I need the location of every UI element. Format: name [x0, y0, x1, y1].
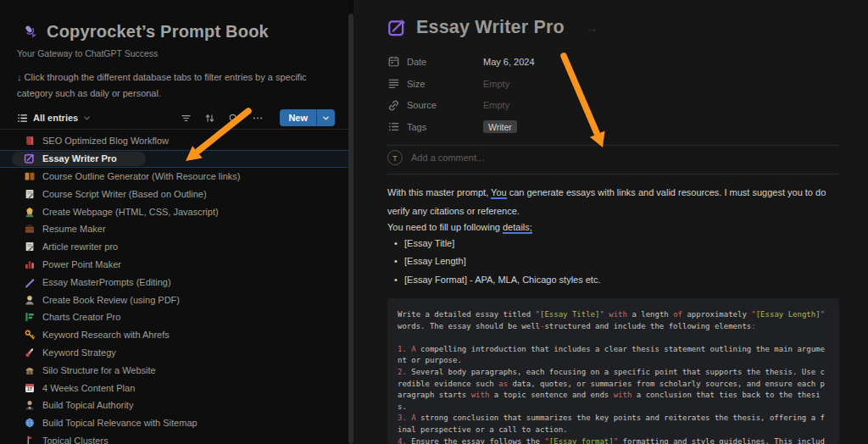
compose-icon [387, 18, 407, 37]
property-value[interactable]: Empty [483, 100, 509, 110]
property-table: DateMay 6, 2024SizeEmptySourceEmptyTagsW… [387, 51, 535, 138]
list-item-label: Keyword Strategy [42, 347, 116, 358]
code-keyword: 4. [398, 437, 407, 444]
view-tab-label: All entries [33, 113, 78, 123]
code-keyword: with [614, 391, 632, 399]
list-item[interactable]: Course Script Writer (Based on Outline) [0, 185, 348, 203]
list-item-label: Resume Maker [42, 224, 106, 234]
property-name: Date [407, 57, 426, 67]
page-title-row: Essay Writer Pro → [387, 17, 598, 38]
list-item[interactable]: Keyword Strategy [0, 344, 348, 362]
title-cursor-arrow: → [586, 21, 598, 35]
list-item[interactable]: Power Point Maker [0, 256, 348, 274]
list-item[interactable]: Topical Clusters [0, 432, 348, 444]
red-book-icon [24, 135, 36, 147]
text-segment: With this master prompt, [387, 187, 491, 197]
property-name: Tags [407, 122, 426, 132]
property-row-source[interactable]: SourceEmpty [387, 94, 535, 116]
code-keyword: 3. [398, 413, 407, 422]
bullet-text: [Essay Length] [404, 256, 466, 266]
sort-icon[interactable] [204, 113, 215, 124]
bullet-dot: • [387, 256, 404, 266]
code-line: 4. Ensure the essay follows the "[Essay … [398, 436, 829, 444]
database-title: Copyrocket’s Prompt Book [47, 22, 269, 42]
property-name: Source [407, 100, 437, 110]
code-line: Write a detailed essay titled "[Essay Ti… [398, 309, 829, 332]
golf-flag-icon [24, 435, 36, 444]
comment-placeholder: Add a comment... [411, 153, 484, 163]
bullet-text: [Essay Title] [404, 238, 454, 248]
code-line [398, 332, 829, 344]
list-item[interactable]: Article rewriter pro [0, 238, 348, 256]
list-item-label: Course Outline Generator (With Resource … [42, 171, 241, 181]
list-item[interactable]: Charts Creator Pro [0, 308, 348, 326]
list-item[interactable]: Keyword Research with Ahrefs [0, 326, 348, 344]
construction-worker-icon [24, 206, 36, 218]
list-item[interactable]: Silo Structure for a Website [0, 361, 348, 379]
property-value[interactable]: May 6, 2024 [483, 57, 535, 67]
list-item[interactable]: Course Outline Generator (With Resource … [0, 168, 348, 186]
list-item-label: Charts Creator Pro [42, 312, 120, 322]
page-panel: Essay Writer Pro → DateMay 6, 2024SizeEm… [353, 0, 868, 444]
bullet-item: •[Essay Length] [387, 253, 600, 271]
list-item-selected[interactable]: Essay Writer Pro [0, 150, 348, 168]
calendar-outline-icon [387, 55, 400, 68]
code-keyword: with [471, 391, 490, 399]
purple-pencil-icon [24, 276, 36, 288]
list-item-label: Create Webpage (HTML, CSS, Javascript) [42, 207, 219, 217]
bullet-dot: • [387, 275, 404, 285]
property-value[interactable]: Empty [483, 79, 509, 89]
text-segment: You need to fill up following [387, 222, 503, 232]
list-item[interactable]: Build Topical Relevance with Sitemap [0, 414, 348, 432]
list-item[interactable]: Essay MasterPrompts (Editing) [0, 273, 348, 291]
code-string: [Essay format] [549, 437, 614, 444]
list-item-label: Build Topical Relevance with Sitemap [42, 418, 198, 428]
memo-icon [24, 241, 36, 253]
list-item[interactable]: Build Topical Authority [0, 397, 348, 414]
list-item-label: Topical Clusters [42, 436, 108, 444]
list-item[interactable]: Resume Maker [0, 220, 348, 238]
chevron-down-icon [83, 114, 91, 122]
code-keyword: 2. [398, 368, 407, 376]
list-item-label: Course Script Writer (Based on Outline) [42, 189, 207, 199]
filter-icon[interactable] [181, 113, 192, 124]
new-button[interactable]: New [280, 109, 335, 126]
property-name: Size [407, 79, 425, 89]
list-item-label: Create Book Review (using PDF) [42, 295, 180, 305]
list-item[interactable]: Create Webpage (HTML, CSS, Javascript) [0, 203, 348, 220]
divider [387, 145, 839, 146]
list-item[interactable]: 174 Weeks Content Plan [0, 379, 348, 397]
property-row-size[interactable]: SizeEmpty [387, 73, 535, 95]
database-title-row: Copyrocket’s Prompt Book [22, 22, 269, 42]
person-icon [24, 294, 36, 306]
view-tab-all-entries[interactable]: All entries [17, 113, 91, 124]
search-icon[interactable] [228, 113, 239, 124]
entry-list: SEO Optimized Blog WorkflowEssay Writer … [0, 132, 348, 444]
database-description: ↓ Click through the different database t… [17, 69, 327, 102]
paragraph: With this master prompt, You can generat… [387, 184, 845, 220]
new-dropdown-button[interactable] [316, 109, 335, 126]
property-value-badge[interactable]: Writer [483, 120, 517, 133]
code-line: 2. Several body paragraphs, each focusin… [398, 367, 829, 413]
code-line: 3. A strong conclusion that summarizes t… [398, 413, 829, 436]
list-item-label: Power Point Maker [42, 259, 121, 269]
svg-text:17: 17 [27, 386, 32, 391]
orange-books-icon [24, 170, 36, 182]
code-text: formatting and style guidelines. This in… [618, 437, 825, 444]
list-item-label: 4 Weeks Content Plan [42, 383, 135, 393]
code-text: structured and include the following ele… [544, 322, 751, 330]
list-item-label: Build Topical Authority [42, 400, 133, 410]
list-item[interactable]: Create Book Review (using PDF) [0, 291, 348, 308]
more-options-icon[interactable] [252, 113, 264, 124]
comment-input[interactable]: T Add a comment... [387, 150, 484, 165]
prompt-code-block[interactable]: Write a detailed essay titled "[Essay Ti… [387, 298, 839, 444]
property-row-tags[interactable]: TagsWriter [387, 116, 535, 138]
green-chart-icon [24, 311, 36, 323]
calendar-17-icon: 17 [24, 382, 36, 394]
list-item[interactable]: SEO Optimized Blog Workflow [0, 132, 348, 150]
property-row-date[interactable]: DateMay 6, 2024 [387, 51, 535, 73]
property-label: Date [387, 55, 483, 68]
list-view-icon [17, 113, 28, 124]
database-panel: Copyrocket’s Prompt Book Your Gateway to… [0, 0, 348, 444]
text-lines-icon [387, 77, 400, 90]
